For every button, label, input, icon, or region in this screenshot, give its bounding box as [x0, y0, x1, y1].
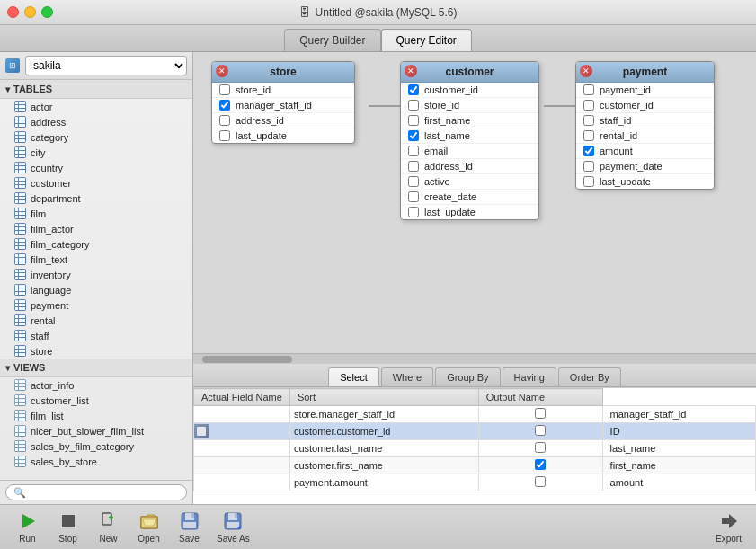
customer-check-store_id[interactable] [408, 100, 419, 111]
sidebar-item-department[interactable]: department [0, 190, 192, 206]
sort-checkbox[interactable] [535, 425, 546, 436]
maximize-button[interactable] [41, 6, 53, 18]
sidebar-item-category[interactable]: category [0, 129, 192, 145]
sidebar-item-film_text[interactable]: film_text [0, 252, 192, 267]
sort-checkbox[interactable] [535, 442, 546, 453]
sidebar-item-payment[interactable]: payment [0, 297, 192, 313]
sidebar-item-country[interactable]: country [0, 160, 192, 175]
store-check-manager_staff_id[interactable] [219, 100, 230, 111]
customer-check-last_update[interactable] [408, 207, 419, 217]
customer-field-last_update[interactable]: last_update [401, 205, 538, 219]
sidebar-view-sales_by_store[interactable]: sales_by_store [0, 454, 192, 469]
sidebar-item-language[interactable]: language [0, 282, 192, 297]
h-scroll-thumb[interactable] [202, 356, 292, 363]
payment-check-last_update[interactable] [583, 176, 594, 187]
payment-field-payment_id[interactable]: payment_id [576, 83, 714, 98]
sidebar-item-staff[interactable]: staff [0, 328, 192, 343]
sidebar-view-nicer_but_slower_film_list[interactable]: nicer_but_slower_film_list [0, 423, 192, 438]
customer-field-store_id[interactable]: store_id [401, 98, 538, 113]
store-check-store_id[interactable] [219, 84, 230, 95]
sort-cell[interactable] [478, 406, 602, 423]
payment-check-staff_id[interactable] [583, 115, 594, 126]
new-button[interactable]: New [88, 507, 129, 547]
sidebar-item-actor[interactable]: actor [0, 99, 192, 114]
sidebar-view-customer_list[interactable]: customer_list [0, 393, 192, 408]
customer-check-address_id[interactable] [408, 161, 419, 172]
customer-check-customer_id[interactable] [408, 84, 419, 95]
table-row[interactable]: payment.amount amount [194, 474, 756, 491]
sort-cell[interactable] [478, 457, 602, 474]
open-button[interactable]: Open [129, 507, 169, 547]
sidebar-item-film_category[interactable]: film_category [0, 236, 192, 252]
sort-cell[interactable] [478, 423, 602, 440]
table-row[interactable]: customer.last_name last_name [194, 440, 756, 457]
customer-check-last_name[interactable] [408, 130, 419, 141]
sidebar-item-customer[interactable]: customer [0, 175, 192, 190]
payment-check-amount[interactable] [583, 146, 594, 156]
payment-check-customer_id[interactable] [583, 100, 594, 111]
sidebar-item-address[interactable]: address [0, 114, 192, 129]
store-field-last_update[interactable]: last_update [212, 128, 354, 143]
customer-field-last_name[interactable]: last_name [401, 128, 538, 144]
store-field-store_id[interactable]: store_id [212, 83, 354, 98]
sort-cell[interactable] [478, 440, 602, 457]
table-row[interactable]: store.manager_staff_id manager_staff_id [194, 406, 756, 423]
customer-field-email[interactable]: email [401, 144, 538, 159]
payment-check-payment_date[interactable] [583, 161, 594, 172]
close-payment-icon[interactable]: ✕ [580, 65, 592, 77]
customer-check-first_name[interactable] [408, 115, 419, 126]
sort-cell[interactable] [478, 474, 602, 491]
customer-field-address_id[interactable]: address_id [401, 159, 538, 174]
sort-checkbox[interactable] [535, 459, 546, 470]
customer-field-customer_id[interactable]: customer_id [401, 83, 538, 98]
store-field-address_id[interactable]: address_id [212, 113, 354, 128]
close-button[interactable] [7, 6, 19, 18]
payment-field-staff_id[interactable]: staff_id [576, 113, 714, 128]
tab-having[interactable]: Having [503, 367, 556, 386]
tab-order-by[interactable]: Order By [558, 367, 621, 386]
tab-query-builder[interactable]: Query Builder [284, 29, 380, 51]
search-input[interactable] [5, 484, 187, 500]
customer-check-create_date[interactable] [408, 191, 419, 202]
minimize-button[interactable] [24, 6, 36, 18]
payment-check-rental_id[interactable] [583, 130, 594, 141]
store-check-address_id[interactable] [219, 115, 230, 126]
sort-checkbox[interactable] [535, 408, 546, 419]
store-check-last_update[interactable] [219, 130, 230, 141]
customer-field-create_date[interactable]: create_date [401, 190, 538, 205]
diagram-area[interactable]: ✕ store store_id manager_staff_id addres… [193, 52, 756, 353]
tab-select[interactable]: Select [328, 367, 379, 386]
save-button[interactable]: Save [169, 507, 209, 547]
table-row[interactable]: customer.customer_id ID [194, 423, 756, 440]
payment-field-last_update[interactable]: last_update [576, 174, 714, 189]
sidebar-item-store[interactable]: store [0, 343, 192, 359]
payment-field-customer_id[interactable]: customer_id [576, 98, 714, 113]
sidebar-item-rental[interactable]: rental [0, 313, 192, 328]
h-scrollbar[interactable] [193, 353, 756, 364]
sidebar-view-sales_by_film_category[interactable]: sales_by_film_category [0, 438, 192, 454]
close-customer-icon[interactable]: ✕ [405, 65, 417, 77]
sidebar-item-film_actor[interactable]: film_actor [0, 221, 192, 236]
sort-checkbox[interactable] [535, 476, 546, 487]
run-button[interactable]: Run [7, 507, 48, 547]
saveas-button[interactable]: + Save As [209, 507, 257, 547]
store-field-manager_staff_id[interactable]: manager_staff_id [212, 98, 354, 113]
close-store-icon[interactable]: ✕ [216, 65, 228, 77]
payment-field-amount[interactable]: amount [576, 144, 714, 159]
customer-check-active[interactable] [408, 176, 419, 187]
customer-field-first_name[interactable]: first_name [401, 113, 538, 128]
tab-where[interactable]: Where [381, 367, 433, 386]
tab-group-by[interactable]: Group By [435, 367, 500, 386]
db-selector[interactable]: ⊞ sakila [0, 52, 192, 80]
stop-button[interactable]: Stop [48, 507, 88, 547]
customer-check-email[interactable] [408, 146, 419, 156]
payment-check-payment_id[interactable] [583, 84, 594, 95]
payment-field-rental_id[interactable]: rental_id [576, 128, 714, 144]
tab-query-editor[interactable]: Query Editor [381, 29, 472, 51]
search-bar[interactable] [0, 480, 192, 504]
sidebar-view-film_list[interactable]: film_list [0, 408, 192, 423]
export-button[interactable]: Export [708, 507, 749, 547]
sidebar-item-film[interactable]: film [0, 206, 192, 221]
db-select[interactable]: sakila [25, 56, 187, 75]
sidebar-view-actor_info[interactable]: actor_info [0, 377, 192, 393]
